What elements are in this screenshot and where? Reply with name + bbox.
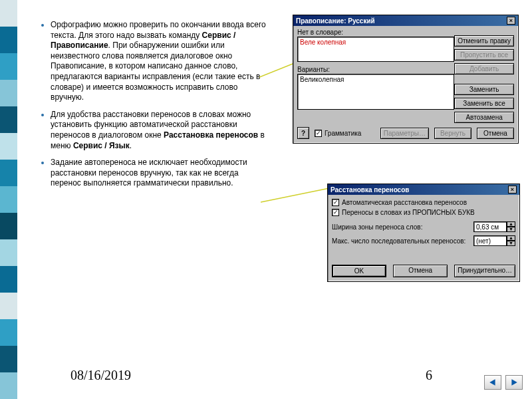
close-icon[interactable]: × <box>508 186 517 194</box>
prev-button[interactable] <box>484 375 501 390</box>
spelling-dialog: Правописание: Русский × Нет в словаре: В… <box>293 15 519 144</box>
dialog-title: Расстановка переносов <box>331 186 409 194</box>
chevron-down-icon[interactable]: ▼ <box>507 241 515 246</box>
triangle-left-icon <box>489 378 497 386</box>
triangle-right-icon <box>510 378 518 386</box>
slide-date: 08/16/2019 <box>70 368 131 383</box>
hyphenation-dialog: Расстановка переносов × ✓Автоматическая … <box>327 184 520 282</box>
bullet-2: Для удобства расстановки переносов в сло… <box>51 110 269 151</box>
skip-all-button[interactable]: Пропустить все <box>454 49 514 61</box>
chevron-up-icon[interactable]: ▲ <box>507 221 515 227</box>
zone-width-spinner[interactable]: 0,63 см ▲▼ <box>473 221 515 232</box>
revert-button[interactable]: Вернуть <box>434 128 471 139</box>
dialog-title: Правописание: Русский <box>296 17 375 25</box>
bullet-1: Орфографию можно проверить по окончании … <box>51 20 269 103</box>
not-in-dict-field[interactable]: Веле колепная <box>297 37 454 62</box>
svg-marker-5 <box>511 379 517 386</box>
variants-list[interactable]: Великолепная <box>297 74 454 110</box>
force-button[interactable]: Принудительно… <box>454 265 515 277</box>
dialog-title-bar[interactable]: Расстановка переносов × <box>328 184 519 195</box>
next-button[interactable] <box>505 375 523 390</box>
grammar-checkbox[interactable]: ✓Грамматика <box>315 130 361 137</box>
ok-button[interactable]: OK <box>332 265 386 277</box>
zone-width-label: Ширина зоны переноса слов: <box>332 223 422 231</box>
caps-hyphen-checkbox[interactable]: ✓Переносы в словах из ПРОПИСНЫХ БУКВ <box>332 209 515 216</box>
slide-number: 6 <box>426 368 432 383</box>
close-icon[interactable]: × <box>507 17 515 25</box>
chevron-down-icon[interactable]: ▼ <box>507 227 515 232</box>
svg-line-2 <box>261 188 332 202</box>
cancel-button[interactable]: Отмена <box>477 128 514 139</box>
chevron-up-icon[interactable]: ▲ <box>507 235 515 241</box>
replace-all-button[interactable]: Заменить все <box>454 98 514 109</box>
auto-hyphen-checkbox[interactable]: ✓Автоматическая расстановка переносов <box>332 199 515 206</box>
replace-button[interactable]: Заменить <box>454 84 514 95</box>
decorative-stripes <box>0 0 17 399</box>
help-icon[interactable]: ? <box>297 127 309 139</box>
add-button[interactable]: Добавить <box>454 63 514 74</box>
undo-button[interactable]: Отменить правку <box>454 35 514 47</box>
slide-text: Орфографию можно проверить по окончании … <box>40 20 269 196</box>
nav-controls <box>484 375 523 390</box>
cancel-button[interactable]: Отмена <box>393 265 448 277</box>
autocorrect-button[interactable]: Автозамена <box>454 112 514 123</box>
variants-label: Варианты: <box>297 66 330 73</box>
svg-marker-4 <box>489 379 495 386</box>
max-consecutive-label: Макс. число последовательных переносов: <box>332 237 466 245</box>
max-consecutive-spinner[interactable]: (нет) ▲▼ <box>473 235 515 246</box>
options-button[interactable]: Параметры… <box>380 128 429 139</box>
bullet-3: Задание автопереноса не исключает необхо… <box>51 158 269 189</box>
not-in-dict-label: Нет в словаре: <box>297 29 343 36</box>
dialog-title-bar[interactable]: Правописание: Русский × <box>293 15 518 26</box>
